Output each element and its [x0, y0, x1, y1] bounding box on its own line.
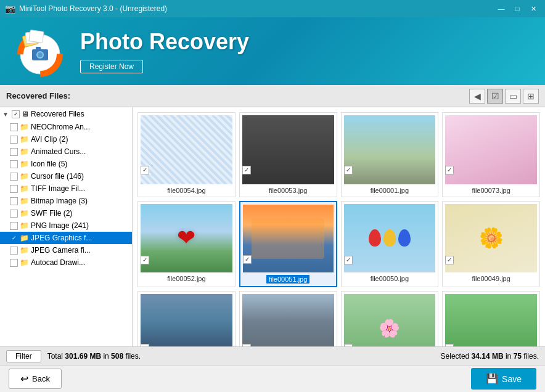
folder-icon-0: 📁	[20, 123, 29, 131]
image-cell-5[interactable]: ! file00051.jpg	[239, 201, 337, 287]
sidebar-item-10[interactable]: 📁 JPEG Camera fi...	[0, 244, 132, 256]
section-label: Recovered Files:	[6, 91, 70, 100]
thumb-content-5	[243, 205, 334, 272]
sidebar-item-2[interactable]: 📁 Animated Curs...	[0, 145, 132, 158]
header: Photo Recovery Register Now	[0, 17, 545, 85]
main-area: Recovered Files: ◀ ☑ ▭ ⊞ ▼ 🖥 Recovered F…	[0, 85, 545, 392]
folder-icon-8: 📁	[20, 221, 29, 230]
image-checkbox-3[interactable]	[445, 166, 454, 174]
check-view-button[interactable]: ☑	[487, 89, 503, 104]
expand-root-button[interactable]: ▼	[2, 111, 10, 118]
image-cell-4[interactable]: ! ❤ file00052.jpg	[137, 201, 236, 287]
thumb-content-6	[344, 204, 436, 273]
minimize-button[interactable]: —	[494, 3, 508, 14]
sidebar-checkbox-9[interactable]	[10, 234, 18, 242]
selected-info: Selected 34.14 MB in 75 files.	[441, 352, 539, 361]
image-cell-6[interactable]: ! file00050.jpg	[341, 201, 439, 287]
image-thumb-10: 🌸	[344, 294, 436, 346]
image-checkbox-4[interactable]	[141, 256, 149, 264]
image-checkbox-7[interactable]	[445, 256, 454, 264]
sidebar-item-11[interactable]: 📁 Autocad Drawi...	[0, 256, 132, 269]
thumb-content-9	[242, 294, 334, 346]
image-area[interactable]: file00054.jpg file00053.jpg file00001.jp…	[133, 107, 545, 346]
image-cell-7[interactable]: ! 🌼 file00049.jpg	[442, 201, 540, 287]
app-logo	[12, 23, 68, 79]
sidebar-item-1[interactable]: 📁 AVI Clip (2)	[0, 133, 132, 145]
image-checkbox-2[interactable]	[344, 166, 353, 174]
filter-button[interactable]: Filter	[6, 350, 41, 362]
sidebar-checkbox-1[interactable]	[10, 136, 18, 144]
sidebar-checkbox-5[interactable]	[10, 185, 18, 193]
save-button[interactable]: 💾 Save	[471, 368, 536, 390]
sidebar-item-6[interactable]: 📁 Bitmap Image (3)	[0, 195, 132, 207]
sidebar: ▼ 🖥 Recovered Files 📁 NEOChrome An... 📁 …	[0, 107, 133, 346]
grid-view-button[interactable]: ⊞	[523, 89, 539, 104]
thumb-content-1	[242, 115, 334, 184]
back-button[interactable]: ↩ Back	[9, 369, 62, 389]
titlebar-text: MiniTool Photo Recovery 3.0 - (Unregiste…	[19, 4, 167, 13]
sidebar-checkbox-0[interactable]	[10, 123, 18, 131]
tree-root: ▼ 🖥 Recovered Files	[0, 107, 132, 121]
back-view-button[interactable]: ◀	[469, 89, 485, 104]
sidebar-checkbox-2[interactable]	[10, 148, 18, 156]
sidebar-checkbox-4[interactable]	[10, 173, 18, 181]
image-checkbox-8[interactable]	[141, 344, 149, 346]
folder-icon-4: 📁	[20, 172, 29, 181]
sidebar-item-7[interactable]: 📁 SWF File (2)	[0, 207, 132, 219]
image-checkbox-6[interactable]	[344, 256, 353, 264]
image-cell-11[interactable]: ! file00045.jpg	[442, 291, 540, 346]
sidebar-checkbox-7[interactable]	[10, 210, 18, 218]
toolbar: Recovered Files: ◀ ☑ ▭ ⊞	[0, 85, 545, 107]
sidebar-item-9[interactable]: 📁 JPEG Graphics f...	[0, 232, 132, 244]
image-thumb-8	[141, 294, 232, 346]
view-controls: ◀ ☑ ▭ ⊞	[469, 89, 539, 104]
root-checkbox[interactable]	[12, 110, 20, 118]
sidebar-item-5[interactable]: 📁 TIFF Image Fil...	[0, 182, 132, 195]
svg-rect-6	[36, 47, 41, 50]
sidebar-label-4: Cursor file (146)	[31, 172, 84, 181]
image-checkbox-0[interactable]	[141, 166, 149, 174]
image-checkbox-11[interactable]	[445, 344, 454, 346]
image-cell-0[interactable]: file00054.jpg	[137, 112, 236, 197]
image-thumb-1	[242, 115, 334, 184]
register-button[interactable]: Register Now	[80, 60, 143, 73]
image-cell-9[interactable]: ! file00047.jpg	[239, 291, 337, 346]
image-checkbox-5[interactable]	[243, 255, 252, 264]
image-checkbox-10[interactable]	[344, 344, 353, 346]
save-icon: 💾	[486, 373, 498, 385]
sidebar-item-8[interactable]: 📁 PNG Image (241)	[0, 219, 132, 232]
folder-icon-7: 📁	[20, 209, 29, 218]
sidebar-checkbox-8[interactable]	[10, 222, 18, 230]
sidebar-checkbox-6[interactable]	[10, 197, 18, 205]
sidebar-checkbox-3[interactable]	[10, 160, 18, 168]
folder-icon-10: 📁	[20, 246, 29, 255]
image-cell-1[interactable]: file00053.jpg	[239, 112, 337, 197]
image-thumb-5	[243, 205, 334, 272]
thumb-content-2	[344, 115, 436, 184]
sidebar-label-8: PNG Image (241)	[31, 221, 89, 230]
sidebar-item-4[interactable]: 📁 Cursor file (146)	[0, 170, 132, 182]
image-thumb-2	[344, 115, 436, 184]
thumb-content-3	[445, 115, 537, 184]
sidebar-label-3: Icon file (5)	[31, 160, 67, 168]
image-cell-3[interactable]: file00073.jpg	[442, 112, 540, 197]
thumb-content-10: 🌸	[344, 294, 436, 346]
sidebar-label-5: TIFF Image Fil...	[31, 184, 85, 193]
single-view-button[interactable]: ▭	[505, 89, 521, 104]
image-label-3: file00073.jpg	[472, 187, 510, 194]
image-cell-8[interactable]: ! file00048.jpg	[137, 291, 236, 346]
sidebar-checkbox-10[interactable]	[10, 247, 18, 255]
sidebar-checkbox-11[interactable]	[10, 259, 18, 267]
sidebar-label-10: JPEG Camera fi...	[31, 246, 91, 255]
image-label-4: file00052.jpg	[167, 275, 205, 282]
image-checkbox-1[interactable]	[242, 166, 251, 174]
sidebar-item-0[interactable]: 📁 NEOChrome An...	[0, 121, 132, 133]
sidebar-item-3[interactable]: 📁 Icon file (5)	[0, 158, 132, 170]
image-cell-10[interactable]: ! 🌸 file00046.jpg	[341, 291, 439, 346]
maximize-button[interactable]: □	[510, 3, 524, 14]
image-cell-2[interactable]: file00001.jpg	[341, 112, 439, 197]
close-button[interactable]: ✕	[527, 3, 540, 14]
app-icon: 📷	[5, 4, 15, 14]
app-title: Photo Recovery	[80, 29, 249, 55]
image-checkbox-9[interactable]	[242, 344, 251, 346]
